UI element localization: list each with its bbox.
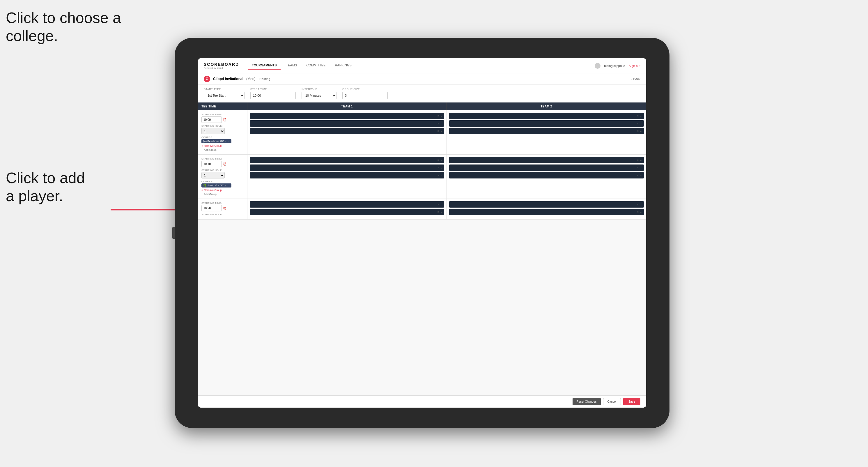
annotation-choose-college: Click to choose a college. xyxy=(6,9,121,45)
slot-x-t2-3-2[interactable]: × xyxy=(637,211,639,213)
slot-chevron-t2-1-2[interactable]: ⌄ xyxy=(640,122,642,125)
start-type-select[interactable]: 1st Tee Start xyxy=(204,92,245,99)
sign-out-link[interactable]: Sign out xyxy=(629,64,640,67)
course-tag-1[interactable]: (A) Peachtree GC × ⌄ xyxy=(202,139,231,143)
brand-logo: SCOREBOARD Powered by clippd xyxy=(204,62,239,69)
course-remove-2[interactable]: × xyxy=(225,184,226,187)
time-field-3[interactable] xyxy=(202,205,222,211)
save-button[interactable]: Save xyxy=(623,398,640,405)
slot-x-t2-1-3[interactable]: × xyxy=(637,130,639,132)
slot-x-3-1[interactable]: × xyxy=(437,203,439,206)
player-slot-1-2[interactable]: × ⌄ xyxy=(250,120,444,127)
player-slot-t2-3-1[interactable]: × ⌄ xyxy=(449,201,644,208)
player-slot-t2-3-2[interactable]: × ⌄ xyxy=(449,209,644,215)
slot-x-2-1[interactable]: × xyxy=(437,159,439,162)
start-time-input[interactable] xyxy=(250,92,296,99)
player-slot-t2-2-3[interactable]: × ⌄ xyxy=(449,172,644,179)
nav-rankings[interactable]: RANKINGS xyxy=(331,62,355,70)
slot-x-1-1[interactable]: × xyxy=(437,115,439,117)
player-slot-3-1[interactable]: × ⌄ xyxy=(250,201,444,208)
player-slot-1-3[interactable]: × ⌄ xyxy=(250,128,444,134)
intervals-select[interactable]: 10 Minutes xyxy=(302,92,337,99)
slot-chevron-3-2[interactable]: ⌄ xyxy=(440,211,442,213)
hole-select-2[interactable]: 1 xyxy=(202,172,225,179)
tournament-gender: (Men) xyxy=(246,77,255,81)
tee-time-row-2: STARTING TIME: ⏰ STARTING HOLE: 1 COURSE… xyxy=(198,155,646,199)
slot-x-t2-2-2[interactable]: × xyxy=(637,166,639,169)
back-button[interactable]: ‹ Back xyxy=(631,77,640,81)
slot-x-2-3[interactable]: × xyxy=(437,174,439,177)
course-label-2: COURSE: xyxy=(202,180,244,183)
clock-icon-1: ⏰ xyxy=(223,118,226,121)
player-slot-t2-1-3[interactable]: × ⌄ xyxy=(449,128,644,134)
group-size-input[interactable] xyxy=(342,92,388,99)
slot-x-t2-1-1[interactable]: × xyxy=(637,115,639,117)
player-slot-2-2[interactable]: × ⌄ xyxy=(250,164,444,171)
tablet-device: SCOREBOARD Powered by clippd TOURNAMENTS… xyxy=(175,38,670,428)
hole-select-1[interactable]: 1 xyxy=(202,128,225,134)
player-slot-3-2[interactable]: × ⌄ xyxy=(250,209,444,215)
intervals-label: Intervals xyxy=(302,88,337,91)
player-slot-t2-1-1[interactable]: × ⌄ xyxy=(449,113,644,119)
player-slot-t2-2-1[interactable]: × ⌄ xyxy=(449,157,644,163)
settings-form: Start Type 1st Tee Start Start Time Inte… xyxy=(198,85,646,102)
add-group-btn-1[interactable]: + Add Group xyxy=(202,149,244,151)
course-remove-1[interactable]: × xyxy=(225,140,227,143)
start-time-label: Start Time xyxy=(250,88,296,91)
slot-chevron-t2-1-3[interactable]: ⌄ xyxy=(640,130,642,132)
start-time-group: Start Time xyxy=(250,88,296,99)
player-slot-t2-2-2[interactable]: × ⌄ xyxy=(449,164,644,171)
tee-time-controls-2: STARTING TIME: ⏰ STARTING HOLE: 1 COURSE… xyxy=(198,155,247,198)
slot-chevron-t2-3-1[interactable]: ⌄ xyxy=(640,203,642,206)
remove-group-btn-2[interactable]: ○ Remove Group xyxy=(202,189,244,192)
nav-teams[interactable]: TEAMS xyxy=(282,62,301,70)
slot-x-t2-2-3[interactable]: × xyxy=(637,174,639,177)
cancel-button[interactable]: Cancel xyxy=(603,398,621,405)
slot-x-t2-3-1[interactable]: × xyxy=(637,203,639,206)
player-slot-1-1[interactable]: × ⌄ xyxy=(250,113,444,119)
slot-chevron-1-3[interactable]: ⌄ xyxy=(440,130,442,132)
add-group-btn-2[interactable]: + Add Group xyxy=(202,193,244,196)
slot-x-1-2[interactable]: × xyxy=(437,122,439,125)
slot-chevron-2-3[interactable]: ⌄ xyxy=(440,174,442,177)
slot-chevron-t2-2-3[interactable]: ⌄ xyxy=(640,174,642,177)
slot-x-t2-2-1[interactable]: × xyxy=(637,159,639,162)
time-field-2[interactable] xyxy=(202,161,222,167)
starting-hole-input-2: 1 xyxy=(202,172,244,179)
slot-chevron-t2-1-1[interactable]: ⌄ xyxy=(640,115,642,117)
slot-x-t2-1-2[interactable]: × xyxy=(637,122,639,125)
slot-x-3-2[interactable]: × xyxy=(437,211,439,213)
starting-time-input-2: ⏰ xyxy=(202,161,244,167)
starting-time-label-3: STARTING TIME: xyxy=(202,202,244,205)
slot-chevron-2-1[interactable]: ⌄ xyxy=(440,159,442,162)
reset-button[interactable]: Reset Changes xyxy=(572,398,601,405)
slot-chevron-t2-2-1[interactable]: ⌄ xyxy=(640,159,642,162)
nav-tournaments[interactable]: TOURNAMENTS xyxy=(248,62,281,70)
player-slot-t2-1-2[interactable]: × ⌄ xyxy=(449,120,644,127)
remove-group-icon-1: ○ xyxy=(202,145,203,147)
time-field-1[interactable] xyxy=(202,117,222,123)
player-slot-2-1[interactable]: × ⌄ xyxy=(250,157,444,163)
nav-committee[interactable]: COMMITTEE xyxy=(302,62,330,70)
start-type-group: Start Type 1st Tee Start xyxy=(204,88,245,99)
slot-x-2-2[interactable]: × xyxy=(437,166,439,169)
brand-title: SCOREBOARD xyxy=(204,62,239,67)
slot-chevron-2-2[interactable]: ⌄ xyxy=(440,166,442,169)
slot-chevron-3-1[interactable]: ⌄ xyxy=(440,203,442,206)
player-slot-2-3[interactable]: × ⌄ xyxy=(250,172,444,179)
col-team2: Team 2 xyxy=(447,102,646,110)
brand-subtitle: Powered by clippd xyxy=(204,67,239,69)
tee-time-controls-3: STARTING TIME: ⏰ STARTING HOLE: xyxy=(198,199,247,219)
clippd-logo: C xyxy=(204,76,210,82)
remove-group-btn-1[interactable]: ○ Remove Group xyxy=(202,145,244,147)
bottom-action-bar: Reset Changes Cancel Save xyxy=(198,395,646,408)
slot-x-1-3[interactable]: × xyxy=(437,130,439,132)
slot-chevron-t2-2-2[interactable]: ⌄ xyxy=(640,166,642,169)
slot-chevron-1-1[interactable]: ⌄ xyxy=(440,115,442,117)
slot-chevron-1-2[interactable]: ⌄ xyxy=(440,122,442,125)
slot-chevron-t2-3-2[interactable]: ⌄ xyxy=(640,211,642,213)
starting-time-input-3: ⏰ xyxy=(202,205,244,211)
starting-hole-input-1: 1 xyxy=(202,128,244,134)
starting-hole-label-2: STARTING HOLE: xyxy=(202,169,244,172)
course-tag-2[interactable]: 🌿 East Lake GC × ⌄ xyxy=(202,183,231,187)
